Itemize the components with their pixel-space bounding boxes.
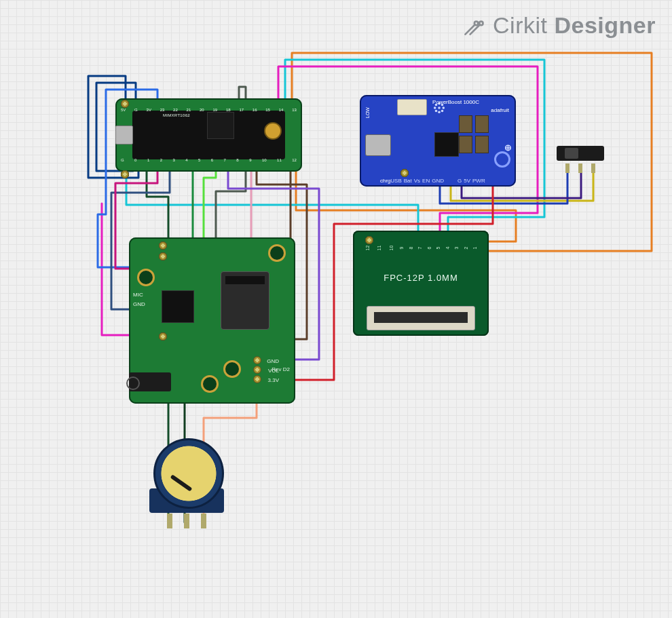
brand-strong: Designer [555, 12, 656, 39]
teensy-mcu-chip [207, 112, 234, 139]
svg-point-9 [435, 110, 438, 113]
pin[interactable] [365, 236, 373, 244]
brand-prefix: Cirkit [493, 12, 547, 39]
pin[interactable] [159, 242, 167, 250]
mount-hole-icon [268, 244, 286, 262]
audio-mic-label: MIC [133, 292, 143, 298]
teensy-reset-button[interactable] [264, 122, 282, 140]
mount-hole-icon [137, 269, 155, 286]
audio-vol-label: VOL [268, 368, 279, 374]
mount-hole-icon [494, 151, 510, 168]
powerboost-low-label: LOW [365, 107, 370, 118]
powerboost-jst-connector [397, 99, 427, 115]
fpc-label: FPC-12P 1.0MM [353, 273, 489, 283]
switch-pin-2[interactable] [578, 163, 582, 173]
headphone-jack[interactable] [129, 372, 171, 391]
pot-pin-3[interactable] [201, 514, 206, 528]
switch-knob[interactable] [565, 148, 578, 159]
teensy-chip-label: MIMXRT1062 [163, 113, 190, 117]
switch-pin-3[interactable] [591, 163, 595, 173]
teensy-top-labels: 5VG3V2322212019181716151413 [121, 108, 297, 112]
pin[interactable] [253, 366, 261, 374]
teensy-usb-port [115, 125, 133, 144]
pin[interactable] [159, 252, 167, 260]
logo-icon [462, 14, 486, 38]
wires-layer [0, 0, 672, 618]
audio-3v3-label: 3.3V [268, 377, 279, 383]
svg-point-1 [479, 21, 483, 24]
audio-gnd-label: GND [133, 301, 145, 307]
svg-point-10 [441, 110, 444, 113]
powerboost-brand: adafruit [491, 107, 509, 113]
pin[interactable] [253, 375, 261, 383]
powerboost-ic-chip [434, 132, 459, 157]
svg-point-4 [438, 111, 441, 114]
powerboost-usb-port [365, 134, 391, 156]
svg-point-6 [443, 107, 445, 109]
pin[interactable] [400, 169, 409, 177]
component-audio-shield[interactable]: MIC GND Rev D2 GND VOL 3.3V [129, 237, 295, 404]
sd-card-slot[interactable] [221, 271, 269, 330]
pot-pin-2[interactable] [184, 514, 189, 528]
pot-knob[interactable] [153, 438, 224, 509]
svg-point-2 [438, 107, 441, 109]
powerboost-capacitors [459, 115, 497, 163]
pin[interactable] [159, 332, 167, 341]
fpc-connector[interactable] [367, 306, 475, 330]
mount-hole-icon [201, 375, 219, 393]
audio-codec-chip [162, 290, 194, 323]
powerboost-pin-row [400, 169, 489, 176]
pin[interactable] [253, 356, 261, 364]
svg-point-0 [474, 21, 478, 24]
component-teensy[interactable]: MIMXRT1062 5VG3V2322212019181716151413 G… [115, 98, 302, 172]
component-powerboost[interactable]: ⊕ PowerBoost 1000C adafruit LOW chrg USB… [360, 95, 516, 187]
switch-body [557, 146, 604, 161]
component-fpc-breakout[interactable]: 121110987654321 FPC-12P 1.0MM [353, 231, 489, 336]
powerboost-title: PowerBoost 1000C [432, 99, 479, 105]
plus-icon: ⊕ [504, 142, 512, 153]
app-watermark: Cirkit Designer [462, 12, 656, 39]
switch-pin-1[interactable] [565, 163, 570, 173]
pin[interactable] [121, 170, 129, 178]
pin[interactable] [121, 100, 129, 108]
pot-pin-1[interactable] [167, 514, 172, 528]
pot-indicator-icon [170, 474, 193, 492]
component-slide-switch[interactable] [553, 146, 608, 173]
svg-point-5 [434, 107, 436, 109]
teensy-bottom-labels: G0123456789101112 [121, 158, 297, 162]
powerboost-pin-labels: USBBatVsENGND G5VPWR [360, 178, 516, 184]
component-potentiometer[interactable] [149, 434, 224, 526]
audio-gnd2-label: GND [267, 358, 279, 364]
mount-hole-icon [223, 360, 241, 378]
fpc-pin-numbers: 121110987654321 [365, 246, 477, 250]
